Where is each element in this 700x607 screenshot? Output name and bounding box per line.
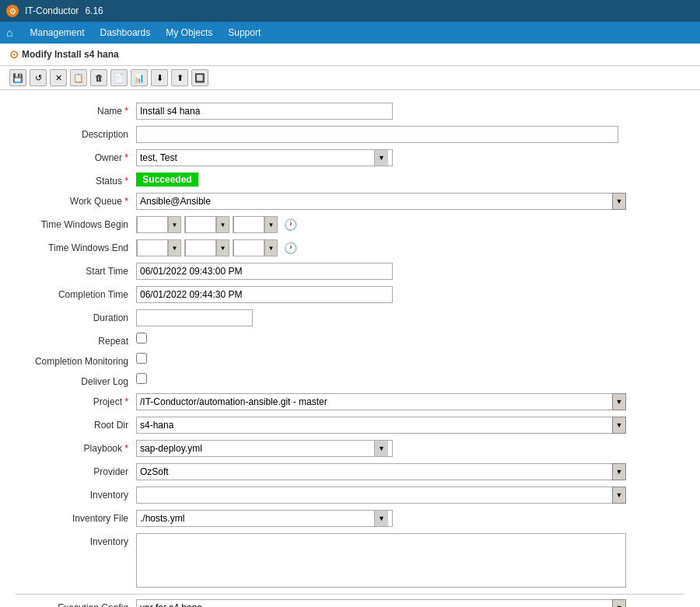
time-end-dropdown-3[interactable]: ▼ [264, 240, 277, 256]
deliver-log-checkbox[interactable] [136, 373, 147, 384]
inventory-text-label: Inventory [16, 533, 136, 547]
work-queue-dropdown-btn[interactable]: ▼ [612, 193, 626, 210]
provider-control: ▼ [136, 463, 684, 480]
owner-dropdown-btn[interactable]: ▼ [374, 150, 388, 166]
time-begin-dropdown-3[interactable]: ▼ [264, 217, 277, 232]
owner-row: Owner ▼ [16, 149, 684, 166]
name-control [136, 103, 684, 120]
time-end-field-1[interactable] [137, 239, 168, 256]
repeat-checkbox[interactable] [136, 333, 147, 344]
description-input[interactable] [136, 126, 618, 143]
toolbar-refresh-btn[interactable]: ↺ [30, 69, 47, 86]
project-dropdown-btn[interactable]: ▼ [612, 393, 626, 410]
root-dir-input[interactable] [136, 417, 612, 434]
status-control: Succeeded [136, 173, 684, 187]
inventory-file-dropdown-btn[interactable]: ▼ [374, 511, 388, 526]
provider-input[interactable] [136, 463, 612, 480]
name-input[interactable] [136, 103, 393, 120]
main-content: Name Description Owner ▼ Status Succeede… [0, 90, 700, 607]
playbook-label: Playbook [16, 440, 136, 454]
time-end-field-3[interactable] [233, 239, 264, 256]
status-badge: Succeeded [136, 173, 198, 187]
time-end-field-2[interactable] [185, 239, 216, 256]
toolbar-up-btn[interactable]: ⬆ [171, 69, 188, 86]
root-dir-dropdown-btn[interactable]: ▼ [612, 417, 626, 434]
project-row: Project ▼ [16, 393, 684, 410]
playbook-control: ▼ [136, 440, 684, 457]
owner-label: Owner [16, 149, 136, 163]
execution-config-dropdown-btn[interactable]: ▼ [612, 599, 626, 607]
status-label: Status [16, 173, 136, 187]
time-begin-field-3[interactable] [233, 216, 264, 233]
toolbar-doc-btn[interactable]: 📄 [110, 69, 128, 86]
toolbar-down-btn[interactable]: ⬇ [151, 69, 168, 86]
inventory-file-control: ▼ [136, 510, 684, 527]
repeat-row: Repeat [16, 333, 684, 347]
app-title: IT-Conductor [25, 5, 79, 16]
completion-time-input[interactable] [136, 286, 393, 303]
completion-monitoring-label: Completion Monitoring [16, 353, 136, 367]
time-windows-begin-label: Time Windows Begin [16, 216, 136, 230]
root-dir-row: Root Dir ▼ [16, 417, 684, 434]
execution-config-input[interactable] [136, 599, 612, 607]
time-end-dropdown-1[interactable]: ▼ [168, 240, 180, 256]
project-control: ▼ [136, 393, 684, 410]
toolbar-save-btn[interactable]: 💾 [9, 69, 26, 86]
work-queue-row: Work Queue ▼ [16, 193, 684, 210]
toolbar-delete-btn[interactable]: 🗑 [90, 69, 107, 86]
page-header-icon: ⊙ [9, 48, 19, 61]
nav-dashboards[interactable]: Dashboards [93, 22, 159, 44]
description-row: Description [16, 126, 684, 143]
nav-bar: ⌂ Management Dashboards My Objects Suppo… [0, 22, 700, 44]
nav-my-objects[interactable]: My Objects [158, 22, 220, 44]
nav-home-button[interactable]: ⌂ [6, 26, 12, 39]
time-windows-begin-control: ▼ ▼ ▼ 🕐 [136, 216, 684, 233]
description-label: Description [16, 126, 136, 140]
title-bar: ⊙ IT-Conductor 6.16 [0, 0, 700, 22]
inventory-textarea[interactable] [136, 533, 626, 588]
toolbar-chart-btn[interactable]: 📊 [131, 69, 148, 86]
inventory-dropdown-input[interactable] [136, 487, 612, 504]
playbook-dropdown-btn[interactable]: ▼ [374, 441, 388, 456]
work-queue-label: Work Queue [16, 193, 136, 207]
time-begin-dropdown-2[interactable]: ▼ [216, 217, 229, 232]
app-version: 6.16 [85, 5, 103, 16]
nav-support[interactable]: Support [220, 22, 268, 44]
completion-monitoring-control [136, 353, 684, 364]
duration-row: Duration [16, 309, 684, 326]
inventory-file-input[interactable] [137, 511, 374, 526]
inventory-dropdown-btn[interactable]: ▼ [612, 487, 626, 504]
completion-monitoring-checkbox[interactable] [136, 353, 147, 364]
time-windows-begin-row: Time Windows Begin ▼ ▼ ▼ 🕐 [16, 216, 684, 233]
deliver-log-control [136, 373, 684, 384]
work-queue-input[interactable] [136, 193, 612, 210]
description-control [136, 126, 684, 143]
start-time-label: Start Time [16, 263, 136, 277]
time-windows-end-label: Time Windows End [16, 239, 136, 253]
inventory-dropdown-row: Inventory ▼ [16, 487, 684, 504]
duration-input[interactable] [136, 309, 253, 326]
owner-input[interactable] [137, 150, 374, 166]
toolbar: 💾 ↺ ✕ 📋 🗑 📄 📊 ⬇ ⬆ 🔲 [0, 66, 700, 90]
time-begin-field-1[interactable] [137, 216, 168, 233]
completion-time-row: Completion Time [16, 286, 684, 303]
toolbar-grid-btn[interactable]: 🔲 [191, 69, 208, 86]
time-begin-dropdown-1[interactable]: ▼ [168, 217, 180, 232]
provider-dropdown-btn[interactable]: ▼ [612, 463, 626, 480]
project-label: Project [16, 393, 136, 407]
completion-time-label: Completion Time [16, 286, 136, 300]
time-end-dropdown-2[interactable]: ▼ [216, 240, 229, 256]
toolbar-copy-btn[interactable]: 📋 [70, 69, 87, 86]
project-input[interactable] [136, 393, 612, 410]
playbook-input[interactable] [137, 441, 374, 456]
time-windows-end-control: ▼ ▼ ▼ 🕐 [136, 239, 684, 256]
nav-management[interactable]: Management [22, 22, 92, 44]
app-icon: ⊙ [6, 5, 19, 17]
provider-row: Provider ▼ [16, 463, 684, 480]
name-label: Name [16, 103, 136, 117]
toolbar-cancel-btn[interactable]: ✕ [50, 69, 67, 86]
playbook-row: Playbook ▼ [16, 440, 684, 457]
start-time-input[interactable] [136, 263, 393, 280]
start-time-row: Start Time [16, 263, 684, 280]
time-begin-field-2[interactable] [185, 216, 216, 233]
